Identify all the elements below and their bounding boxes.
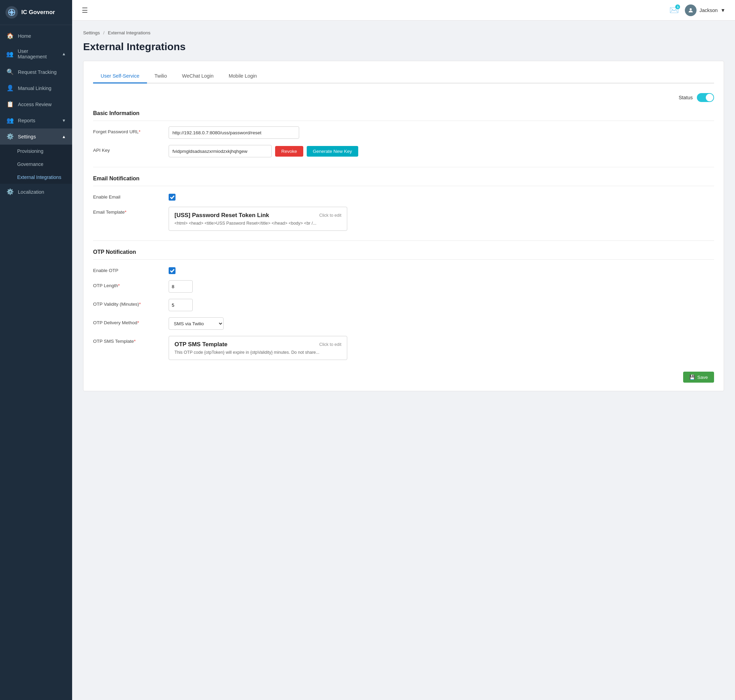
tab-wechat-login[interactable]: WeChat Login <box>175 69 221 84</box>
svg-point-2 <box>11 10 12 11</box>
status-label: Status <box>679 95 693 100</box>
otp-length-field <box>169 280 714 293</box>
svg-point-4 <box>9 12 10 13</box>
sidebar-item-label: Home <box>18 33 31 39</box>
otp-delivery-label: OTP Delivery Method* <box>93 318 169 325</box>
generate-key-button[interactable]: Generate New Key <box>307 146 358 157</box>
enable-email-checkbox-wrap <box>169 192 714 201</box>
chevron-down-icon: ▲ <box>62 51 66 56</box>
otp-delivery-select[interactable]: SMS via Twilio Email Both <box>169 318 223 330</box>
save-button[interactable]: 💾 Save <box>683 372 714 382</box>
sidebar-item-home[interactable]: 🏠 Home <box>0 28 72 44</box>
sidebar-item-settings[interactable]: ⚙️ Settings ▲ <box>0 128 72 145</box>
otp-template-header: OTP SMS Template Click to edit <box>175 341 341 348</box>
otp-sms-template-field: OTP SMS Template Click to edit This OTP … <box>169 336 714 360</box>
sidebar-item-request-tracking[interactable]: 🔍 Request Tracking <box>0 64 72 80</box>
sidebar-item-reports[interactable]: 👥 Reports ▼ <box>0 112 72 128</box>
menu-button[interactable]: ☰ <box>82 6 88 15</box>
otp-click-to-edit: Click to edit <box>319 342 341 347</box>
email-template-label: Email Template* <box>93 207 169 215</box>
tab-bar: User Self-Service Twilio WeChat Login Mo… <box>93 69 714 84</box>
sidebar-item-label: User Management <box>18 49 58 59</box>
basic-info-title: Basic Information <box>93 110 714 121</box>
sidebar-item-manual-linking[interactable]: 👤 Manual Linking <box>0 80 72 96</box>
chevron-down-icon: ▼ <box>62 118 66 123</box>
section-divider-2 <box>93 240 714 241</box>
email-notification-title: Email Notification <box>93 175 714 186</box>
breadcrumb-current: External Integrations <box>108 30 150 35</box>
status-toggle[interactable] <box>697 93 714 102</box>
sidebar-item-user-management[interactable]: 👥 User Management ▲ <box>0 44 72 64</box>
header-right: ✉️ 1 Jackson ▼ <box>669 4 725 16</box>
otp-delivery-field: SMS via Twilio Email Both <box>169 318 714 330</box>
enable-email-field <box>169 192 714 201</box>
status-row: Status <box>93 93 714 102</box>
sub-nav-label: External Integrations <box>17 175 61 180</box>
otp-sms-template-box[interactable]: OTP SMS Template Click to edit This OTP … <box>169 336 347 360</box>
home-icon: 🏠 <box>6 32 14 40</box>
settings-icon: ⚙️ <box>6 133 14 140</box>
enable-email-checkbox[interactable] <box>169 194 175 201</box>
main-content: ☰ ✉️ 1 Jackson ▼ Settings / External Int… <box>72 0 735 700</box>
users-icon: 👥 <box>6 50 14 58</box>
otp-validity-input[interactable] <box>169 299 193 311</box>
user-name: Jackson <box>699 7 717 13</box>
otp-validity-field <box>169 299 714 311</box>
tab-mobile-login[interactable]: Mobile Login <box>221 69 265 84</box>
settings-sub-nav: Provisioning Governance External Integra… <box>0 145 72 184</box>
main-card: User Self-Service Twilio WeChat Login Mo… <box>83 61 724 391</box>
sidebar-item-label: Reports <box>18 118 35 123</box>
tab-twilio[interactable]: Twilio <box>147 69 175 84</box>
forget-password-input[interactable] <box>169 126 299 139</box>
forget-password-row: Forget Password URL* <box>93 126 714 139</box>
sidebar-item-governance[interactable]: Governance <box>0 158 72 171</box>
otp-sms-template-row: OTP SMS Template* OTP SMS Template Click… <box>93 336 714 360</box>
svg-point-1 <box>10 11 13 14</box>
header-left: ☰ <box>82 6 88 15</box>
sidebar-item-localization[interactable]: ⚙️ Localization <box>0 184 72 200</box>
email-template-preview: <html> <head> <title>USS Password Reset<… <box>175 221 341 226</box>
email-template-row: Email Template* [USS] Password Reset Tok… <box>93 207 714 231</box>
top-header: ☰ ✉️ 1 Jackson ▼ <box>72 0 735 21</box>
save-label: Save <box>697 375 708 380</box>
otp-notification-title: OTP Notification <box>93 249 714 260</box>
link-icon: 👤 <box>6 84 14 92</box>
tab-user-self-service[interactable]: User Self-Service <box>93 69 147 84</box>
section-divider <box>93 167 714 167</box>
sidebar-nav: 🏠 Home 👥 User Management ▲ 🔍 Request Tra… <box>0 25 72 700</box>
otp-validity-row: OTP Validity (Minutes)* <box>93 299 714 311</box>
api-key-input[interactable] <box>169 145 272 157</box>
enable-otp-checkbox[interactable] <box>169 267 175 274</box>
forget-password-field <box>169 126 714 139</box>
otp-length-input[interactable] <box>169 280 193 293</box>
api-key-field: Revoke Generate New Key <box>169 145 714 157</box>
sidebar-item-access-review[interactable]: 📋 Access Review <box>0 96 72 112</box>
forget-password-label: Forget Password URL* <box>93 126 169 134</box>
sidebar-item-label: Request Tracking <box>18 69 57 75</box>
localization-icon: ⚙️ <box>6 188 14 196</box>
sub-nav-label: Provisioning <box>17 149 43 154</box>
sidebar-item-label: Manual Linking <box>18 85 51 91</box>
user-menu-button[interactable]: Jackson ▼ <box>685 4 725 16</box>
enable-email-row: Enable Email <box>93 192 714 201</box>
page-content: Settings / External Integrations Externa… <box>72 21 735 700</box>
revoke-button[interactable]: Revoke <box>275 146 303 157</box>
notification-button[interactable]: ✉️ 1 <box>669 6 679 15</box>
toggle-slider <box>697 93 714 102</box>
email-template-box[interactable]: [USS] Password Reset Token Link Click to… <box>169 207 347 231</box>
notification-badge: 1 <box>675 4 680 9</box>
enable-email-label: Enable Email <box>93 192 169 200</box>
breadcrumb-separator: / <box>103 30 105 35</box>
sidebar-logo: IC Governor <box>0 0 72 25</box>
sidebar-item-label: Access Review <box>18 101 51 107</box>
enable-otp-field <box>169 265 714 274</box>
review-icon: 📋 <box>6 101 14 108</box>
sidebar-item-external-integrations[interactable]: External Integrations <box>0 171 72 184</box>
chevron-up-icon: ▲ <box>62 134 66 139</box>
search-icon: 🔍 <box>6 68 14 76</box>
avatar <box>685 4 697 16</box>
breadcrumb-root[interactable]: Settings <box>83 30 100 35</box>
sidebar-item-provisioning[interactable]: Provisioning <box>0 145 72 158</box>
email-template-header: [USS] Password Reset Token Link Click to… <box>175 212 341 219</box>
otp-sms-template-label: OTP SMS Template* <box>93 336 169 344</box>
